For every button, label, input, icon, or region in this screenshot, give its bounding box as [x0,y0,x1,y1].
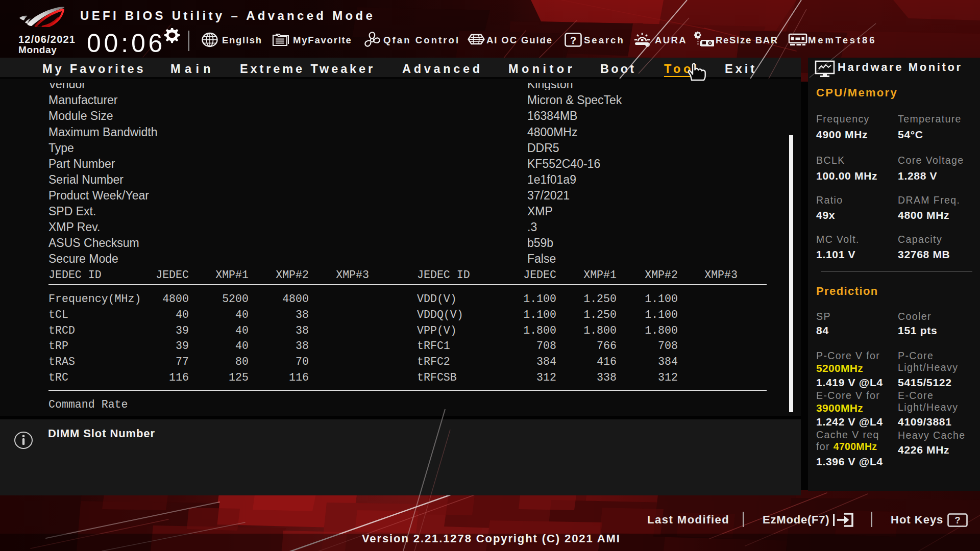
svg-text:?: ? [570,35,576,46]
svg-text:?: ? [955,515,961,525]
